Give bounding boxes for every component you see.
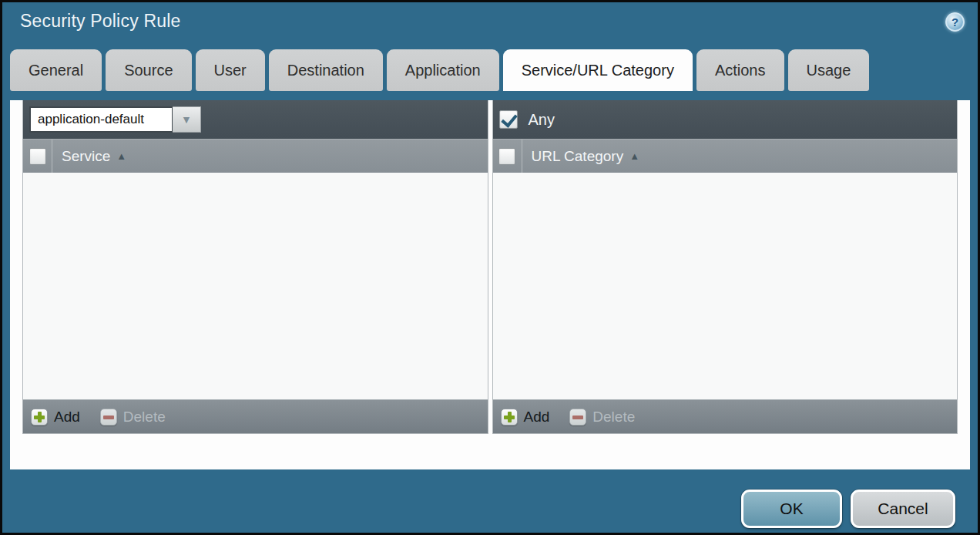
url-category-any-checkbox[interactable]: [499, 110, 518, 129]
url-category-select-all-checkbox[interactable]: [498, 148, 515, 165]
help-icon[interactable]: ?: [945, 12, 965, 32]
tab-source[interactable]: Source: [106, 49, 191, 91]
url-category-panel: Any URL Category ▲ Add: [492, 100, 958, 434]
delete-minus-icon: [569, 409, 586, 426]
ok-button[interactable]: OK: [741, 490, 842, 528]
service-panel: ▼ Service ▲ Add: [22, 100, 488, 434]
service-table-header: Service ▲: [23, 139, 488, 173]
url-category-add-label: Add: [524, 409, 550, 426]
url-category-table-header: URL Category ▲: [493, 139, 958, 173]
url-category-delete-label: Delete: [592, 409, 635, 426]
delete-minus-icon: [100, 409, 117, 426]
url-category-column-header[interactable]: URL Category: [532, 148, 624, 165]
tab-bar: General Source User Destination Applicat…: [10, 49, 978, 91]
tab-general[interactable]: General: [10, 49, 102, 91]
service-add-label: Add: [54, 409, 80, 426]
tab-actions[interactable]: Actions: [696, 49, 784, 91]
dialog-title: Security Policy Rule: [20, 11, 181, 32]
service-panel-toolbar: ▼: [23, 100, 488, 139]
service-url-panels: ▼ Service ▲ Add: [22, 100, 958, 434]
dialog-titlebar: Security Policy Rule ?: [2, 2, 978, 49]
tab-application[interactable]: Application: [387, 49, 499, 91]
tab-usage[interactable]: Usage: [788, 49, 870, 91]
service-type-dropdown-button[interactable]: ▼: [173, 106, 201, 133]
sort-ascending-icon: ▲: [116, 150, 126, 162]
service-select-all-checkbox[interactable]: [29, 148, 46, 165]
tab-destination[interactable]: Destination: [269, 49, 383, 91]
tab-user[interactable]: User: [196, 49, 265, 91]
url-category-add-button[interactable]: Add: [501, 409, 550, 426]
help-icon-glyph: ?: [951, 15, 958, 29]
url-category-list-body: [493, 173, 958, 399]
service-list-body: [23, 173, 488, 399]
url-category-panel-toolbar: Any: [493, 100, 958, 139]
service-select-all-cell: [23, 140, 52, 173]
chevron-down-icon: ▼: [181, 113, 192, 126]
service-delete-label: Delete: [123, 409, 166, 426]
service-type-dropdown: ▼: [29, 106, 201, 133]
url-category-panel-footer: Add Delete: [493, 399, 958, 433]
tab-service-url-category[interactable]: Service/URL Category: [503, 49, 693, 91]
add-plus-icon: [501, 409, 518, 426]
service-panel-footer: Add Delete: [23, 399, 488, 433]
service-column-header[interactable]: Service: [62, 148, 110, 165]
add-plus-icon: [31, 409, 48, 426]
sort-ascending-icon: ▲: [629, 150, 639, 162]
url-category-select-all-cell: [493, 140, 522, 173]
cancel-button[interactable]: Cancel: [851, 490, 955, 528]
service-type-input[interactable]: [29, 106, 173, 133]
service-add-button[interactable]: Add: [31, 409, 80, 426]
tab-content-area: ▼ Service ▲ Add: [10, 100, 970, 469]
dialog-footer: OK Cancel: [2, 490, 978, 528]
service-delete-button: Delete: [100, 409, 166, 426]
url-category-delete-button: Delete: [569, 409, 635, 426]
url-category-any-label: Any: [529, 111, 555, 129]
security-policy-rule-dialog: Security Policy Rule ? General Source Us…: [0, 0, 980, 535]
